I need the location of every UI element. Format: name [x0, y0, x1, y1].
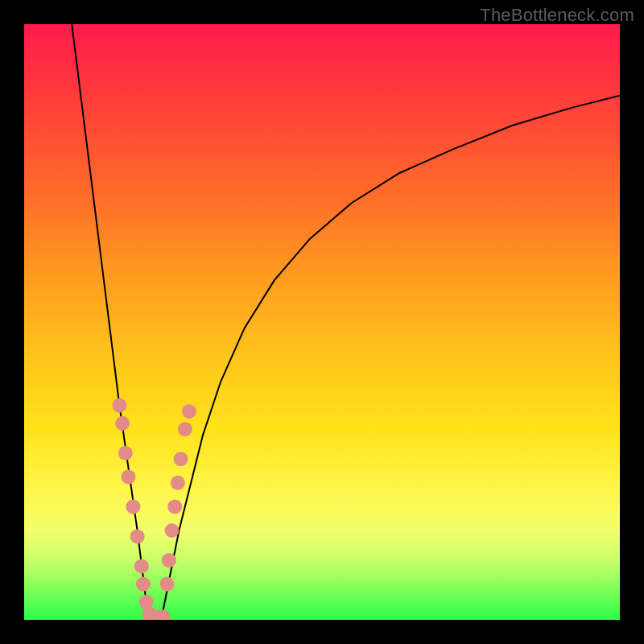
plot-svg [24, 24, 620, 620]
data-dot [130, 529, 145, 543]
right-branch-curve [161, 96, 620, 620]
data-dot [118, 446, 133, 460]
plot-area [24, 24, 620, 620]
data-dot [178, 422, 192, 436]
data-dot [160, 577, 175, 592]
data-dot [165, 523, 180, 538]
data-dot [112, 398, 126, 413]
data-dot [182, 404, 196, 419]
watermark-text: TheBottleneck.com [480, 5, 634, 26]
data-dot [174, 452, 188, 466]
data-dot [126, 499, 140, 514]
data-dot [171, 476, 185, 490]
data-dot [162, 553, 176, 568]
data-dot [134, 559, 149, 573]
chart-frame: TheBottleneck.com [0, 0, 644, 644]
data-dot [167, 499, 182, 514]
data-dot [136, 577, 151, 592]
data-dot [122, 469, 136, 484]
data-dot [115, 416, 130, 431]
